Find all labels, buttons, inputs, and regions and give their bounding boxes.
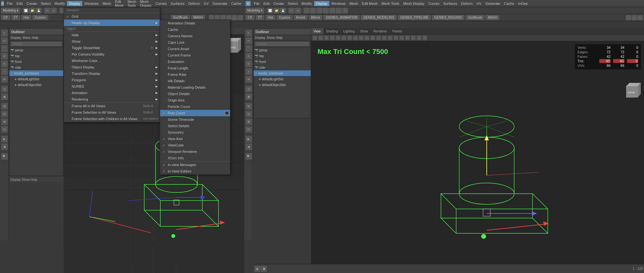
new-file-btn[interactable]: ⬜ bbox=[23, 8, 29, 13]
r-menu-file[interactable]: File bbox=[252, 1, 262, 6]
r-outliner-show[interactable]: Show bbox=[267, 36, 275, 40]
rt7[interactable]: ⬚ bbox=[342, 8, 348, 13]
soft-select-icon[interactable]: ◎ bbox=[1, 85, 8, 92]
rv-btn7[interactable]: ⬚ bbox=[347, 35, 352, 40]
r-fx-gozbrush[interactable]: GozBrush bbox=[466, 15, 484, 20]
scale-icon[interactable]: ⤢ bbox=[1, 68, 8, 75]
animation-item[interactable]: Animation ▶ bbox=[64, 90, 160, 96]
outliner-item-default-light-set[interactable]: ◈ defaultLightSet bbox=[9, 76, 63, 82]
r-outliner-front[interactable]: 📷 front bbox=[254, 59, 311, 65]
fx-ft[interactable]: FT bbox=[12, 15, 20, 20]
hud-in-view-messages[interactable]: ✓ In-view Messages bbox=[160, 162, 230, 168]
snap4-icon[interactable]: ⊡ bbox=[1, 126, 8, 133]
hud-caps-lock[interactable]: Caps Lock bbox=[160, 39, 230, 46]
object-display-item[interactable]: Object Display ▶ bbox=[64, 64, 160, 70]
tab-lighting[interactable]: Lighting bbox=[341, 28, 357, 34]
outliner-item-side[interactable]: 📷 side bbox=[9, 65, 63, 70]
r-snap3-icon[interactable]: ⊠ bbox=[245, 118, 252, 125]
rv-btn6[interactable]: ⬚ bbox=[341, 35, 346, 40]
r-menu-modify[interactable]: Modify bbox=[300, 1, 314, 6]
frame-all-item[interactable]: Frame All in All Views Shift+A bbox=[64, 103, 160, 109]
r-render1-icon[interactable]: ▶ bbox=[245, 136, 252, 143]
zoom-icon[interactable]: 🔍 bbox=[1, 153, 8, 160]
render2-icon[interactable]: ◀ bbox=[1, 143, 8, 150]
r-fx-genies-anim[interactable]: GENIES_ANIMATION bbox=[324, 15, 360, 20]
select-icon[interactable]: ↖ bbox=[1, 30, 8, 37]
menu-select[interactable]: Select bbox=[39, 1, 53, 6]
open-btn[interactable]: 📁 bbox=[29, 8, 35, 13]
r-move-icon[interactable]: ✛ bbox=[245, 53, 252, 60]
r-snap1-icon[interactable]: ⊞ bbox=[245, 103, 252, 110]
r-menu-deform[interactable]: Deform bbox=[459, 1, 475, 6]
rv-btn15[interactable]: ⬚ bbox=[393, 35, 398, 40]
outliner-item-default-object-set[interactable]: ◈ defaultObjectSet bbox=[9, 82, 63, 88]
r-menu-cache[interactable]: Cache bbox=[502, 1, 516, 6]
tab-panels[interactable]: Panels bbox=[390, 28, 405, 34]
rt5[interactable]: ⬚ bbox=[329, 8, 335, 13]
fx-cp[interactable]: CP bbox=[1, 15, 10, 20]
hud-current-asset[interactable]: Current Asset bbox=[160, 46, 230, 52]
mash-btn[interactable]: MASH bbox=[191, 15, 205, 20]
rendering-item[interactable]: Rendering ▶ bbox=[64, 96, 160, 102]
r-fx-genies-pipe[interactable]: GENIES_PIPELINE bbox=[398, 15, 431, 20]
r-snap4-icon[interactable]: ⊡ bbox=[245, 126, 252, 133]
r-fx-ft[interactable]: FT bbox=[256, 15, 264, 20]
r-outliner-persp[interactable]: 📷 persp bbox=[254, 47, 311, 53]
snap2-icon[interactable]: ⊟ bbox=[1, 110, 8, 118]
per-camera-vis-item[interactable]: Per Camera Visibility ▶ bbox=[64, 51, 160, 57]
hud-camera-names[interactable]: Camera Names bbox=[160, 33, 230, 39]
menu-create[interactable]: Create bbox=[24, 1, 39, 6]
r-outliner-help[interactable]: Help bbox=[276, 36, 283, 40]
menu-deform[interactable]: Deform bbox=[186, 1, 202, 6]
r-menu-windows[interactable]: Windows bbox=[329, 1, 348, 6]
wireframe-color-item[interactable]: Wireframe Color... bbox=[64, 57, 160, 64]
r-rotate-icon[interactable]: ↻ bbox=[245, 60, 252, 67]
hud-symmetry[interactable]: Symmetry bbox=[160, 129, 230, 136]
rv-btn16[interactable]: ⬚ bbox=[399, 35, 404, 40]
grid-item[interactable]: ✓ Grid bbox=[64, 13, 160, 20]
r-menu-edit-mesh[interactable]: Edit Mesh bbox=[360, 1, 380, 6]
fx-hist[interactable]: Hist bbox=[21, 15, 31, 20]
r-tb2[interactable]: ⬚ bbox=[632, 15, 637, 20]
hud-viewcube[interactable]: ✓ ViewCube bbox=[160, 142, 230, 148]
rv-btn17[interactable]: ⬚ bbox=[405, 35, 410, 40]
r-outliner-search-input[interactable] bbox=[255, 41, 309, 47]
hud-view-axis[interactable]: ✓ View Axis bbox=[160, 136, 230, 142]
menu-uv[interactable]: UV bbox=[202, 1, 210, 6]
rt4[interactable]: ⬚ bbox=[323, 8, 329, 13]
rv-btn1[interactable]: ⬚ bbox=[312, 35, 318, 40]
rv-btn10[interactable]: ⬚ bbox=[364, 35, 370, 40]
outliner-help-menu[interactable]: Help bbox=[32, 36, 39, 40]
outliner-item-persp[interactable]: 📷 persp bbox=[9, 47, 63, 53]
workspace-dropdown[interactable]: Modeling ▾ bbox=[1, 8, 20, 13]
r-menu-select[interactable]: Select bbox=[286, 1, 300, 6]
r-lasso-icon[interactable]: ⌒ bbox=[245, 45, 252, 52]
rv-btn4[interactable]: ⬚ bbox=[330, 35, 335, 40]
rv-btn18[interactable]: ⬚ bbox=[411, 35, 416, 40]
hud-item[interactable]: Heads Up Display ▶ Animation Details Cac… bbox=[64, 20, 160, 26]
sculpt-icon[interactable]: ◉ bbox=[1, 93, 8, 100]
hud-viewport-renderer[interactable]: ✓ Viewport Renderer bbox=[160, 148, 230, 155]
hud-hik-details[interactable]: Hik Details bbox=[160, 78, 230, 84]
save-btn[interactable]: 💾 bbox=[36, 8, 41, 13]
hud-poly-count[interactable]: ✓ Poly Count bbox=[160, 110, 230, 116]
fx-custom[interactable]: Custom bbox=[32, 15, 48, 20]
rv-btn5[interactable]: ⬚ bbox=[335, 35, 341, 40]
r-universal-icon[interactable]: ⊕ bbox=[245, 76, 252, 83]
snap1-icon[interactable]: ⊞ bbox=[1, 103, 8, 110]
r-menu-surfaces[interactable]: Surfaces bbox=[442, 1, 459, 6]
r-outliner-default-object-set[interactable]: ◈ defaultObjectSet bbox=[254, 82, 311, 88]
menu-mesh-display[interactable]: Mesh Display bbox=[138, 0, 154, 8]
hud-animation-details[interactable]: Animation Details bbox=[160, 20, 230, 26]
menu-mesh-tools[interactable]: Mesh Tools bbox=[126, 0, 138, 8]
render1-icon[interactable]: ▶ bbox=[1, 136, 8, 143]
snap3-icon[interactable]: ⊠ bbox=[1, 118, 8, 125]
undo-btn[interactable]: ↩ bbox=[44, 8, 50, 13]
rt6[interactable]: ⬚ bbox=[336, 8, 342, 13]
r-select-icon[interactable]: ↖ bbox=[245, 30, 252, 37]
r-menu-mgea[interactable]: mGea bbox=[516, 1, 530, 6]
menu-edit-mesh[interactable]: Edit Mesh bbox=[113, 0, 126, 8]
rv-btn2[interactable]: ⬚ bbox=[318, 35, 323, 40]
r-fx-bifrost[interactable]: Bifrost bbox=[309, 15, 322, 20]
r-fx-cp[interactable]: CP bbox=[246, 15, 255, 20]
